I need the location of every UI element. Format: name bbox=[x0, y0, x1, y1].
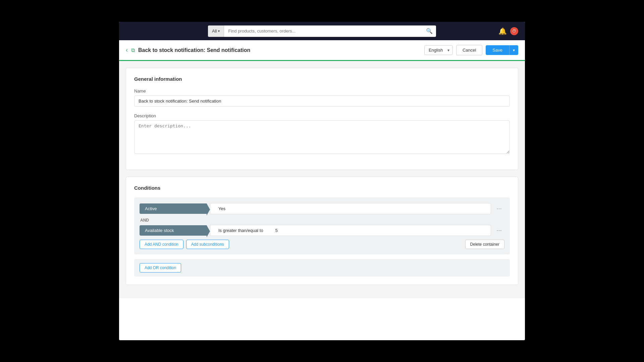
search-button[interactable]: 🔍 bbox=[423, 25, 436, 37]
search-input[interactable] bbox=[224, 25, 423, 37]
save-button[interactable]: Save bbox=[486, 45, 509, 55]
condition-active-field-label: Active bbox=[145, 206, 157, 211]
conditions-block-2: Add OR condition bbox=[134, 259, 510, 277]
chevron-down-icon: ▾ bbox=[218, 29, 220, 33]
description-field: Description bbox=[134, 113, 510, 155]
add-subconditions-button[interactable]: Add subconditions bbox=[186, 240, 229, 249]
save-dropdown-button[interactable]: ▾ bbox=[509, 45, 518, 55]
condition-actions-left: Add AND condition Add subconditions bbox=[140, 240, 229, 249]
back-button[interactable]: ‹ bbox=[126, 47, 128, 54]
name-field: Name bbox=[134, 88, 510, 107]
description-label: Description bbox=[134, 113, 510, 118]
condition-active-more-button[interactable]: ⋯ bbox=[494, 203, 504, 215]
page-header: ‹ ⧉ Back to stock notification: Send not… bbox=[119, 40, 525, 61]
page-title: Back to stock notification: Send notific… bbox=[138, 47, 250, 53]
condition-stock-field-button[interactable]: Available stock bbox=[140, 225, 207, 236]
condition-active-field-button[interactable]: Active bbox=[140, 203, 207, 214]
copy-button[interactable]: ⧉ bbox=[131, 47, 135, 53]
name-input[interactable] bbox=[134, 96, 510, 107]
and-label: AND bbox=[140, 218, 504, 223]
page-header-right: English Cancel Save ▾ bbox=[424, 45, 518, 55]
language-selector-wrapper: English bbox=[424, 45, 453, 55]
description-input[interactable] bbox=[134, 120, 510, 154]
page-header-left: ‹ ⧉ Back to stock notification: Send not… bbox=[126, 47, 250, 54]
save-button-group: Save ▾ bbox=[486, 45, 518, 55]
language-selector[interactable]: English bbox=[424, 45, 453, 55]
cancel-button[interactable]: Cancel bbox=[456, 45, 482, 55]
top-bar-actions: 🔔 ⏱ bbox=[498, 27, 518, 35]
content-area: General information Name Description Con… bbox=[119, 61, 525, 298]
condition-stock-more-button[interactable]: ⋯ bbox=[494, 225, 504, 236]
condition-stock-operator: Is greater than/equal to 5 bbox=[210, 225, 491, 236]
search-icon: 🔍 bbox=[426, 28, 433, 34]
search-filter-label: All bbox=[212, 28, 217, 34]
general-info-card: General information Name Description bbox=[126, 68, 518, 170]
delete-container-button[interactable]: Delete container bbox=[465, 240, 504, 249]
conditions-container: Active Yes ⋯ AND Available stock Is grea bbox=[134, 197, 510, 254]
conditions-title: Conditions bbox=[134, 185, 510, 191]
condition-stock-field-label: Available stock bbox=[145, 228, 174, 233]
search-wrapper: All ▾ 🔍 bbox=[208, 25, 436, 37]
add-or-condition-button[interactable]: Add OR condition bbox=[140, 263, 181, 273]
top-bar: All ▾ 🔍 🔔 ⏱ bbox=[119, 22, 525, 40]
timer-icon[interactable]: ⏱ bbox=[510, 27, 518, 35]
condition-active-value: Yes bbox=[210, 203, 491, 214]
condition-actions: Add AND condition Add subconditions Dele… bbox=[140, 240, 504, 249]
search-filter-button[interactable]: All ▾ bbox=[208, 25, 224, 37]
notifications-icon[interactable]: 🔔 bbox=[498, 27, 507, 35]
condition-container-2: Add OR condition bbox=[134, 259, 510, 277]
condition-row-stock: Available stock Is greater than/equal to… bbox=[140, 225, 504, 236]
conditions-card: Conditions Active Yes ⋯ AND bbox=[126, 177, 518, 285]
name-label: Name bbox=[134, 88, 510, 94]
condition-row-active: Active Yes ⋯ bbox=[140, 203, 504, 215]
condition-stock-operator-label: Is greater than/equal to bbox=[218, 228, 263, 233]
condition-stock-value: 5 bbox=[275, 228, 278, 233]
general-info-title: General information bbox=[134, 76, 510, 82]
add-and-condition-button[interactable]: Add AND condition bbox=[140, 240, 183, 249]
